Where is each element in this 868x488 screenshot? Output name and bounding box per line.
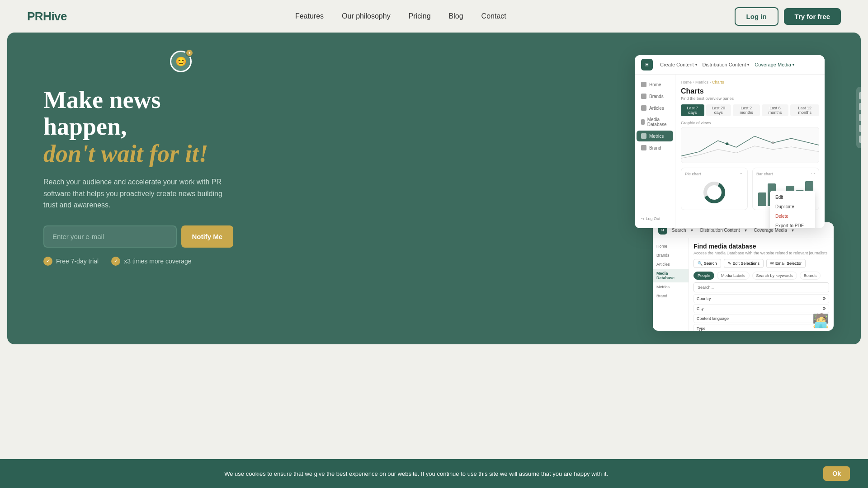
chevron-icon-3: ▾ [793,63,794,67]
db-list: Country⚙ City⚙ Content language⚙ Type [693,294,829,331]
svg-point-4 [709,188,719,197]
brands-icon [641,94,646,99]
filter-boards[interactable]: Boards [800,272,821,280]
email-input[interactable] [43,225,177,248]
pie-chart-card: Pie chart ⋯ [681,168,748,210]
charts-sub: Find the best overview panes [681,96,819,101]
logo: PRHive [27,9,67,23]
dash2-si-articles[interactable]: Articles [653,260,689,269]
metrics-icon [641,133,646,139]
rh-icon-3 [859,114,861,121]
sidebar-logout[interactable]: ↪ Log Out [637,214,673,224]
graph-label: Graphic of views [681,121,819,125]
donut-svg [702,180,726,205]
sidebar-item-metrics[interactable]: Metrics [637,131,673,141]
hero-title-accent: don't wait for it! [43,140,208,167]
dash2-content: Find media database Access the Media Dat… [689,238,834,331]
dash-nav-tabs: Create Content ▾ Distribution Content ▾ … [660,62,794,67]
nav-philosophy[interactable]: Our philosophy [342,12,391,20]
chevron-icon-2: ▾ [747,63,749,67]
dash2-si-brand2[interactable]: Brand [653,291,689,300]
filter-row: People Media Labels Search by keywords B… [693,272,829,280]
rh-icon-5 [859,136,861,143]
nav-actions: Log in Try for free [735,7,841,26]
ctx-delete[interactable]: Delete [770,211,815,221]
dash-topbar: H Create Content ▾ Distribution Content … [635,55,825,75]
sidebar-item-brand2[interactable]: Brand [637,142,673,153]
nav-features[interactable]: Features [295,12,324,20]
cookie-banner: We use cookies to ensure that we give th… [0,459,868,488]
cookie-text: We use cookies to ensure that we give th… [18,470,814,477]
breadcrumb: Home › Metrics › Charts [681,80,819,84]
db-toolbar: 🔍 Search ✎ Edit Selections ✉ Email Selec… [693,259,829,268]
dash2-si-media[interactable]: Media Database [653,269,689,282]
db-search-btn[interactable]: 🔍 Search [693,259,721,268]
hero-subtitle: Reach your audience and accelerate your … [43,176,233,211]
bar-more-icon[interactable]: ⋯ [811,172,815,176]
line-chart [681,127,819,163]
filter-keywords[interactable]: Search by keywords [752,272,797,280]
chevron-icon-1: ▾ [695,63,697,67]
db-edit-btn[interactable]: ✎ Edit Selections [724,259,764,268]
bar-chart-card: Bar chart ⋯ [752,168,819,210]
rh-icon-1 [859,92,861,99]
check-icon-1: ✓ [43,257,52,266]
time-tabs: Last 7 days Last 20 days Last 2 months L… [681,104,819,116]
svg-point-1 [772,141,774,144]
db-row-4: Type [693,324,829,331]
time-tab-7d[interactable]: Last 7 days [681,104,704,116]
dash-tab-dist[interactable]: Distribution Content ▾ [703,62,750,67]
db-search-input[interactable] [693,282,829,292]
rh-icon-4 [859,125,861,132]
navbar: PRHive Features Our philosophy Pricing B… [0,0,868,33]
avatar-badge: ✦ [185,49,193,57]
svg-point-0 [726,142,728,145]
check-icon-2: ✓ [111,257,120,266]
more-options-icon[interactable]: ⋯ [740,172,744,176]
nav-pricing[interactable]: Pricing [409,12,431,20]
charts-title: Charts [681,87,819,95]
notify-button[interactable]: Notify Me [181,225,234,248]
nav-blog[interactable]: Blog [449,12,463,20]
db-email-btn[interactable]: ✉ Email Selector [766,259,806,268]
perk-trial: ✓ Free 7-day trial [43,257,99,266]
sidebar-item-brands[interactable]: Brands [637,91,673,102]
context-menu: Edit Duplicate Delete Export to PDF Expo… [770,191,815,228]
brand2-icon [641,145,646,150]
try-button[interactable]: Try for free [784,8,841,25]
dash2-sidebar: Home Brands Articles Media Database Metr… [653,238,689,331]
perk-coverage: ✓ x3 times more coverage [111,257,191,266]
articles-icon [641,105,646,111]
filter-labels[interactable]: Media Labels [717,272,750,280]
dash2-si-metrics[interactable]: Metrics [653,282,689,291]
ctx-edit[interactable]: Edit [770,192,815,202]
email-row: Notify Me [43,225,233,248]
nav-contact[interactable]: Contact [481,12,506,20]
time-tab-20d[interactable]: Last 20 days [706,104,731,116]
small-charts: Pie chart ⋯ [681,168,819,210]
time-tab-12m[interactable]: Last 12 months [790,104,819,116]
dash-sidebar: Home Brands Articles Media Database [635,75,675,228]
dash2-si-brands[interactable]: Brands [653,251,689,260]
filter-people[interactable]: People [693,272,714,280]
hero-section: Make news happen, don't wait for it! Rea… [7,33,861,344]
ctx-export-pdf[interactable]: Export to PDF [770,221,815,228]
login-button[interactable]: Log in [735,7,778,26]
sidebar-item-articles[interactable]: Articles [637,103,673,113]
time-tab-6m[interactable]: Last 6 months [762,104,789,116]
cookie-ok-button[interactable]: Ok [823,466,850,481]
dash-body: Home Brands Articles Media Database [635,75,825,228]
dash-tab-create[interactable]: Create Content ▾ [660,62,697,67]
sidebar-item-media[interactable]: Media Database [637,114,673,130]
nav-links: Features Our philosophy Pricing Blog Con… [295,12,506,20]
perks: ✓ Free 7-day trial ✓ x3 times more cover… [43,257,233,266]
time-tab-2m[interactable]: Last 2 months [733,104,760,116]
dash2-si-home[interactable]: Home [653,242,689,251]
dash-tab-coverage[interactable]: Coverage Media ▾ [755,62,794,67]
dash2-body: Home Brands Articles Media Database Metr… [653,238,834,331]
ctx-duplicate[interactable]: Duplicate [770,202,815,211]
hero-title: Make news happen, don't wait for it! [43,87,233,167]
sidebar-item-home[interactable]: Home [637,79,673,90]
db-sub: Access the Media Database with the websi… [693,251,829,255]
illustration: 🧑‍💻 [812,313,829,328]
